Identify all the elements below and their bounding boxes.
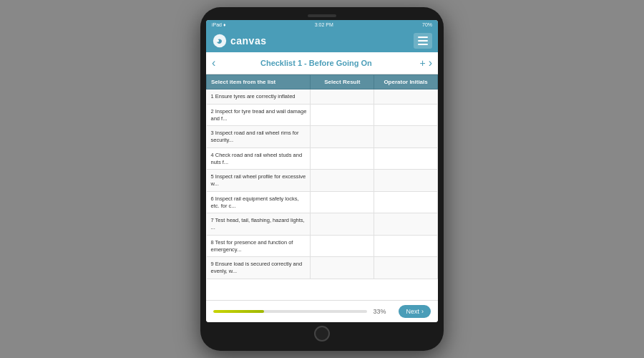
initials-cell[interactable] — [374, 257, 438, 279]
hamburger-button[interactable] — [414, 33, 432, 49]
app-header: canvas — [206, 29, 438, 52]
next-nav-button[interactable]: › — [429, 57, 432, 69]
item-cell: 9 Ensure load is secured correctly and e… — [207, 257, 311, 279]
table-row[interactable]: 4 Check road and rail wheel studs and nu… — [207, 147, 438, 170]
initials-cell[interactable] — [374, 90, 438, 105]
initials-cell[interactable] — [374, 126, 438, 148]
table-row[interactable]: 6 Inspect rail equipment safety locks, e… — [207, 191, 438, 213]
initials-cell[interactable] — [374, 235, 438, 257]
table-row[interactable]: 1 Ensure tyres are correctly inflated — [207, 90, 438, 105]
checklist-title: Checklist 1 - Before Going On — [215, 59, 416, 67]
item-cell: 4 Check road and rail wheel studs and nu… — [207, 147, 311, 170]
result-cell[interactable] — [311, 147, 374, 170]
table-header-row: Select item from the list Select Result … — [207, 75, 438, 90]
device-speaker — [308, 14, 336, 17]
bottom-bar: 33% Next › — [206, 300, 438, 322]
table-row[interactable]: 5 Inspect rail wheel profile for excessi… — [207, 170, 438, 192]
hamburger-line-1 — [418, 37, 428, 38]
next-label: Next — [406, 308, 419, 315]
result-cell[interactable] — [311, 104, 374, 126]
add-button[interactable]: + — [419, 57, 425, 69]
hamburger-line-3 — [418, 44, 428, 45]
device-screen: iPad ♦ 3:02 PM 70% canvas — [206, 20, 438, 322]
table-row[interactable]: 8 Test for presence and function of emer… — [207, 235, 438, 257]
table: Select item from the list Select Result … — [206, 74, 438, 279]
canvas-logo: canvas — [212, 33, 266, 49]
next-button[interactable]: Next › — [399, 305, 431, 318]
item-cell: 1 Ensure tyres are correctly inflated — [207, 90, 311, 105]
result-cell[interactable] — [311, 191, 374, 213]
result-cell[interactable] — [311, 126, 374, 148]
hamburger-line-2 — [418, 40, 428, 42]
initials-cell[interactable] — [374, 104, 438, 126]
status-right: 70% — [422, 22, 432, 27]
result-cell[interactable] — [311, 257, 374, 279]
col-header-item: Select item from the list — [207, 75, 311, 90]
battery-level: 70% — [422, 22, 432, 27]
item-cell: 7 Test head, tail, flashing, hazard ligh… — [207, 213, 311, 236]
progress-label: 33% — [373, 308, 393, 315]
canvas-logo-icon — [212, 33, 228, 49]
device-frame: iPad ♦ 3:02 PM 70% canvas — [200, 7, 444, 351]
result-cell[interactable] — [311, 90, 374, 105]
status-bar: iPad ♦ 3:02 PM 70% — [206, 20, 438, 29]
item-cell: 6 Inspect rail equipment safety locks, e… — [207, 191, 311, 213]
result-cell[interactable] — [311, 170, 374, 192]
svg-point-1 — [216, 39, 219, 42]
table-row[interactable]: 2 Inspect for tyre tread and wall damage… — [207, 104, 438, 126]
checklist-table[interactable]: Select item from the list Select Result … — [206, 74, 438, 300]
col-header-initials: Operator Initials — [374, 75, 438, 90]
table-row[interactable]: 9 Ensure load is secured correctly and e… — [207, 257, 438, 279]
initials-cell[interactable] — [374, 170, 438, 192]
item-cell: 2 Inspect for tyre tread and wall damage… — [207, 104, 311, 126]
item-cell: 3 Inspect road and rail wheel rims for s… — [207, 126, 311, 148]
initials-cell[interactable] — [374, 191, 438, 213]
table-row[interactable]: 7 Test head, tail, flashing, hazard ligh… — [207, 213, 438, 236]
home-button[interactable] — [314, 326, 330, 342]
status-left: iPad ♦ — [212, 22, 226, 27]
item-cell: 5 Inspect rail wheel profile for excessi… — [207, 170, 311, 192]
result-cell[interactable] — [311, 235, 374, 257]
result-cell[interactable] — [311, 213, 374, 236]
item-cell: 8 Test for presence and function of emer… — [207, 235, 311, 257]
col-header-result: Select Result — [311, 75, 374, 90]
next-arrow-icon: › — [421, 308, 424, 315]
initials-cell[interactable] — [374, 147, 438, 170]
progress-track — [213, 310, 367, 313]
status-center: 3:02 PM — [315, 22, 333, 27]
table-row[interactable]: 3 Inspect road and rail wheel rims for s… — [207, 126, 438, 148]
logo-text: canvas — [230, 35, 266, 47]
initials-cell[interactable] — [374, 213, 438, 236]
progress-fill — [213, 310, 264, 313]
nav-bar: ‹ Checklist 1 - Before Going On + › — [206, 52, 438, 74]
